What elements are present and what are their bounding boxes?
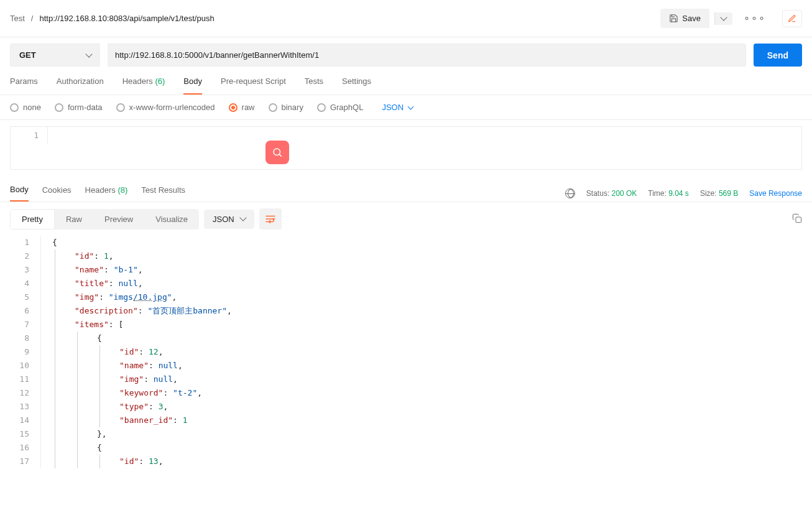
line-content: {: [41, 236, 57, 249]
svg-line-1: [279, 154, 281, 156]
wrap-icon: [265, 215, 276, 223]
line-number: 16: [10, 441, 41, 455]
save-label: Save: [682, 14, 701, 23]
line-content: {: [41, 441, 102, 455]
line-content: "img": null,: [41, 373, 178, 386]
copy-button[interactable]: [792, 213, 802, 225]
tab-params[interactable]: Params: [10, 76, 38, 95]
pencil-icon: [788, 14, 796, 23]
line-number: 2: [10, 249, 41, 263]
request-body-editor[interactable]: 1: [10, 126, 802, 170]
line-content: "type": 3,: [41, 400, 168, 414]
bodytype-format-dropdown[interactable]: JSON: [382, 103, 413, 112]
save-response-link[interactable]: Save Response: [749, 189, 802, 198]
line-content: "items": [: [41, 318, 123, 332]
bodytype-binary[interactable]: binary: [269, 103, 303, 112]
breadcrumb-sep: /: [31, 14, 34, 23]
line-content: "keyword": "t-2",: [41, 386, 202, 400]
line-content: "title": null,: [41, 277, 143, 290]
line-number: 4: [10, 277, 41, 290]
wrap-lines-button[interactable]: [259, 208, 282, 230]
line-number: 10: [10, 359, 41, 373]
line-content: "description": "首页顶部主banner",: [41, 304, 232, 318]
svg-rect-4: [796, 217, 801, 223]
chevron-down-icon: [408, 103, 414, 109]
svg-point-0: [274, 149, 280, 155]
save-button[interactable]: Save: [660, 9, 709, 28]
line-content: "id": 1,: [41, 249, 114, 263]
status: Status: 200 OK: [586, 189, 637, 198]
format-dropdown[interactable]: JSON: [204, 210, 254, 229]
tab-authorization[interactable]: Authorization: [57, 76, 104, 95]
response-body[interactable]: 1{2"id": 1,3"name": "b-1",4"title": null…: [0, 236, 812, 481]
view-visualize[interactable]: Visualize: [144, 209, 199, 230]
chevron-down-icon: [85, 50, 92, 57]
method-value: GET: [19, 50, 36, 60]
breadcrumb-root[interactable]: Test: [10, 14, 25, 23]
bodytype-raw[interactable]: raw: [229, 103, 255, 112]
line-content: "id": 12,: [41, 345, 163, 359]
tab-settings[interactable]: Settings: [342, 76, 371, 95]
save-dropdown[interactable]: [714, 12, 732, 25]
view-pretty[interactable]: Pretty: [10, 209, 55, 230]
line-number: 5: [10, 290, 41, 304]
breadcrumb: Test / http://192.168.8.10:8083/api/samp…: [10, 14, 215, 23]
line-number: 15: [10, 427, 41, 441]
copy-icon: [792, 213, 802, 223]
radio-icon: [10, 103, 19, 112]
line-content: {: [41, 332, 102, 345]
tab-headers-label: Headers: [122, 76, 153, 86]
view-mode-segment: Pretty Raw Preview Visualize: [10, 209, 199, 230]
search-icon: [272, 147, 283, 158]
bodytype-formdata[interactable]: form-data: [55, 103, 103, 112]
radio-checked-icon: [229, 103, 238, 112]
radio-icon: [269, 103, 277, 112]
size: Size: 569 B: [700, 189, 738, 198]
tab-headers[interactable]: Headers (6): [122, 76, 165, 95]
line-content: "name": null,: [41, 359, 183, 373]
send-button[interactable]: Send: [754, 44, 802, 67]
breadcrumb-url[interactable]: http://192.168.8.10:8083/api/sample/v1/t…: [39, 14, 214, 23]
line-number: 1: [11, 127, 48, 144]
line-number: 12: [10, 386, 41, 400]
line-number: 1: [10, 236, 41, 249]
response-tab-body[interactable]: Body: [10, 185, 29, 202]
edit-button[interactable]: [782, 10, 802, 27]
tab-headers-count: (6): [155, 76, 165, 86]
line-number: 17: [10, 455, 41, 468]
radio-icon: [317, 103, 326, 112]
save-icon: [669, 14, 678, 23]
view-preview[interactable]: Preview: [93, 209, 144, 230]
line-number: 8: [10, 332, 41, 345]
response-tab-cookies[interactable]: Cookies: [42, 185, 72, 201]
radio-icon: [116, 103, 125, 112]
bodytype-none[interactable]: none: [10, 103, 41, 112]
tab-body[interactable]: Body: [183, 76, 202, 95]
line-content: "id": 13,: [41, 455, 163, 468]
response-tab-headers[interactable]: Headers (8): [85, 185, 128, 201]
line-number: 11: [10, 373, 41, 386]
url-input[interactable]: [108, 44, 746, 67]
line-number: 13: [10, 400, 41, 414]
line-number: 9: [10, 345, 41, 359]
line-content: "banner_id": 1: [41, 414, 188, 427]
line-content: },: [41, 427, 107, 441]
response-tab-testresults[interactable]: Test Results: [141, 185, 185, 201]
globe-icon[interactable]: [565, 188, 575, 198]
chevron-down-icon: [720, 14, 727, 21]
method-select[interactable]: GET: [10, 44, 100, 67]
bodytype-graphql[interactable]: GraphQL: [317, 103, 363, 112]
bodytype-xwww[interactable]: x-www-form-urlencoded: [116, 103, 215, 112]
line-number: 14: [10, 414, 41, 427]
more-button[interactable]: ∘∘∘: [737, 7, 772, 29]
tab-prerequest[interactable]: Pre-request Script: [221, 76, 286, 95]
view-raw[interactable]: Raw: [55, 209, 93, 230]
line-content[interactable]: [48, 127, 801, 144]
chevron-down-icon: [239, 214, 246, 221]
search-button[interactable]: [265, 141, 289, 164]
line-number: 6: [10, 304, 41, 318]
line-number: 3: [10, 263, 41, 277]
time: Time: 9.04 s: [648, 189, 689, 198]
tab-tests[interactable]: Tests: [305, 76, 323, 95]
line-number: 7: [10, 318, 41, 332]
